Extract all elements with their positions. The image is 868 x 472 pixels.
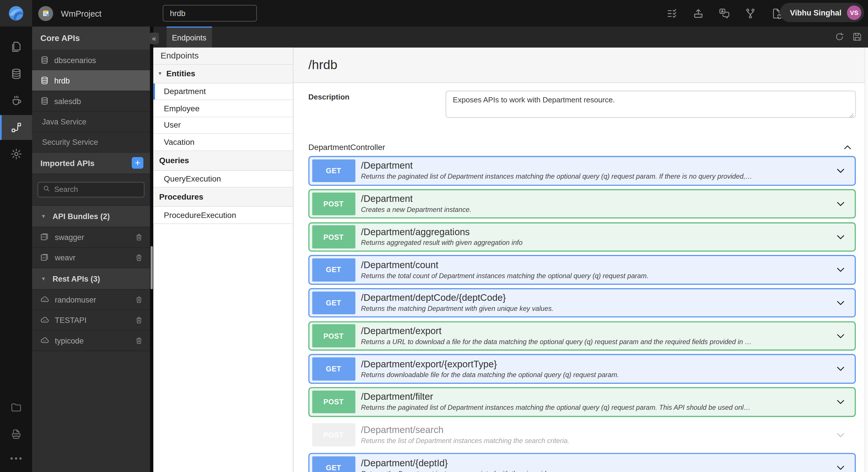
database-icon xyxy=(10,67,22,80)
trash-icon[interactable] xyxy=(135,336,144,345)
procedures-label: Procedures xyxy=(159,193,203,201)
entity-label: Vacation xyxy=(164,138,195,146)
chevron-down-icon[interactable] xyxy=(835,331,846,341)
trash-icon[interactable] xyxy=(135,315,144,324)
rest-item-typicode[interactable]: API typicode xyxy=(32,330,150,350)
bundle-item-weavr[interactable]: API weavr xyxy=(32,247,150,267)
endpoint-card[interactable]: GET /Department/export/{exportType} Retu… xyxy=(308,354,856,384)
rail-item-more[interactable] xyxy=(0,449,32,468)
endpoint-description: Returns the paginated list of Department… xyxy=(361,173,752,181)
pages-icon xyxy=(10,40,22,53)
description-textarea[interactable]: Exposes APIs to work with Department res… xyxy=(445,91,856,118)
entity-item-employee[interactable]: Employee xyxy=(153,100,293,117)
bundle-item-label: weavr xyxy=(55,253,75,262)
cloud-api-icon: API xyxy=(39,294,50,305)
chevron-down-icon[interactable] xyxy=(835,364,846,374)
tab-endpoints[interactable]: Endpoints xyxy=(166,27,212,47)
rail-item-apis[interactable] xyxy=(0,115,32,140)
sidebar-scrollbar[interactable] xyxy=(150,27,153,472)
folder-icon xyxy=(10,401,22,413)
trash-icon[interactable] xyxy=(135,233,144,241)
queries-label: Queries xyxy=(159,156,189,165)
brand-logo[interactable] xyxy=(0,0,32,27)
api-doc-icon: API xyxy=(39,252,50,263)
chevron-down-icon[interactable] xyxy=(835,397,846,407)
coffee-cup-icon xyxy=(10,94,22,107)
svg-text:LOG: LOG xyxy=(14,434,18,436)
api-doc-icon: API xyxy=(39,232,50,242)
method-badge: GET xyxy=(312,358,355,380)
trash-icon[interactable] xyxy=(135,253,144,262)
sidebar-item-salesdb[interactable]: salesdb xyxy=(32,90,150,111)
rail-item-settings[interactable] xyxy=(0,142,32,167)
sidebar-scrollbar-thumb[interactable] xyxy=(150,246,153,289)
project-avatar[interactable] xyxy=(38,6,53,21)
project-search-input[interactable] xyxy=(163,5,257,22)
sidebar-empty-area xyxy=(32,350,150,472)
endpoint-card[interactable]: POST /Department/aggregations Returns ag… xyxy=(308,222,856,252)
rail-item-pages[interactable] xyxy=(0,34,32,59)
endpoint-card[interactable]: GET /Department/{deptId} Returns the Dep… xyxy=(308,453,856,472)
rest-item-testapi[interactable]: API TESTAPI xyxy=(32,309,150,330)
rest-item-label: TESTAPI xyxy=(55,315,87,324)
checklist-icon[interactable] xyxy=(666,7,679,20)
endpoint-description: Returns aggregated result with given agg… xyxy=(361,239,522,247)
method-badge: GET xyxy=(312,258,355,281)
procedures-section-header[interactable]: Procedures xyxy=(153,188,293,207)
deploy-icon[interactable] xyxy=(692,7,705,20)
chevron-down-icon[interactable] xyxy=(835,231,846,242)
queries-section-header[interactable]: Queries xyxy=(153,151,293,171)
procedure-item-procedureexecution[interactable]: ProcedureExecution xyxy=(153,207,293,224)
sidebar-search-input[interactable] xyxy=(38,182,144,197)
sidebar-item-dbscenarios[interactable]: dbscenarios xyxy=(32,49,150,70)
endpoint-card[interactable]: POST /Department/export Returns a URL to… xyxy=(308,321,856,351)
chevron-down-icon xyxy=(835,430,846,440)
chevron-up-icon[interactable] xyxy=(842,144,852,150)
rail-item-java-service[interactable] xyxy=(0,88,32,113)
api-bundles-group[interactable]: ▼ API Bundles (2) xyxy=(32,205,150,227)
chevron-down-icon[interactable] xyxy=(835,198,846,209)
query-item-queryexecution[interactable]: QueryExecution xyxy=(153,171,293,188)
endpoint-card[interactable]: GET /Department/count Returns the total … xyxy=(308,255,856,285)
chevron-down-icon[interactable] xyxy=(835,298,846,308)
git-branch-icon[interactable] xyxy=(744,7,756,20)
entity-item-user[interactable]: User xyxy=(153,117,293,134)
translate-icon[interactable] xyxy=(718,7,731,20)
entity-item-vacation[interactable]: Vacation xyxy=(153,134,293,151)
refresh-icon[interactable] xyxy=(834,32,845,42)
endpoint-card[interactable]: POST /Department/filter Returns the pagi… xyxy=(308,387,856,417)
endpoint-card[interactable]: GET /Department Returns the paginated li… xyxy=(308,156,856,186)
sidebar-item-label: Java Service xyxy=(42,117,87,126)
chevron-down-icon[interactable] xyxy=(835,463,846,472)
entities-section-header[interactable]: ▼ Entities xyxy=(153,65,293,83)
rail-item-database[interactable] xyxy=(0,61,32,86)
collapse-sidebar-button[interactable]: « xyxy=(149,32,159,44)
sidebar-search-row xyxy=(32,173,150,205)
endpoint-description: Returns the paginated list of Department… xyxy=(361,404,750,412)
sidebar-item-security-service[interactable]: Security Service xyxy=(32,131,150,152)
description-row: Description Exposes APIs to work with De… xyxy=(308,91,856,120)
sidebar-item-hrdb[interactable]: hrdb xyxy=(32,70,150,90)
endpoint-card[interactable]: POST /Department Creates a new Departmen… xyxy=(308,189,856,219)
bundle-item-swagger[interactable]: API swagger xyxy=(32,227,150,247)
chevron-down-icon[interactable] xyxy=(835,165,846,176)
rail-item-files[interactable] xyxy=(0,395,32,419)
main-scrollbar[interactable] xyxy=(864,47,868,472)
endpoint-path: /Department/{deptId} xyxy=(361,458,548,469)
cloud-api-icon: API xyxy=(39,335,50,346)
rest-item-label: randomuser xyxy=(55,295,96,304)
entity-item-department[interactable]: Department xyxy=(153,83,293,100)
sidebar-item-java-service[interactable]: Java Service xyxy=(32,111,150,131)
rest-apis-group[interactable]: ▼ Rest APIs (3) xyxy=(32,267,150,289)
save-icon[interactable] xyxy=(852,32,863,42)
user-menu[interactable]: Vibhu Singhal VS xyxy=(780,3,864,22)
endpoint-path: /Department xyxy=(361,194,471,205)
rail-item-logs[interactable]: LOG xyxy=(0,422,32,447)
trash-icon[interactable] xyxy=(135,295,144,304)
controller-row: DepartmentController xyxy=(308,143,856,152)
endpoint-card[interactable]: GET /Department/deptCode/{deptCode} Retu… xyxy=(308,288,856,318)
add-api-button[interactable]: + xyxy=(132,157,143,169)
imported-apis-header: Imported APIs + xyxy=(32,152,150,173)
rest-item-randomuser[interactable]: API randomuser xyxy=(32,289,150,309)
chevron-down-icon[interactable] xyxy=(835,265,846,275)
